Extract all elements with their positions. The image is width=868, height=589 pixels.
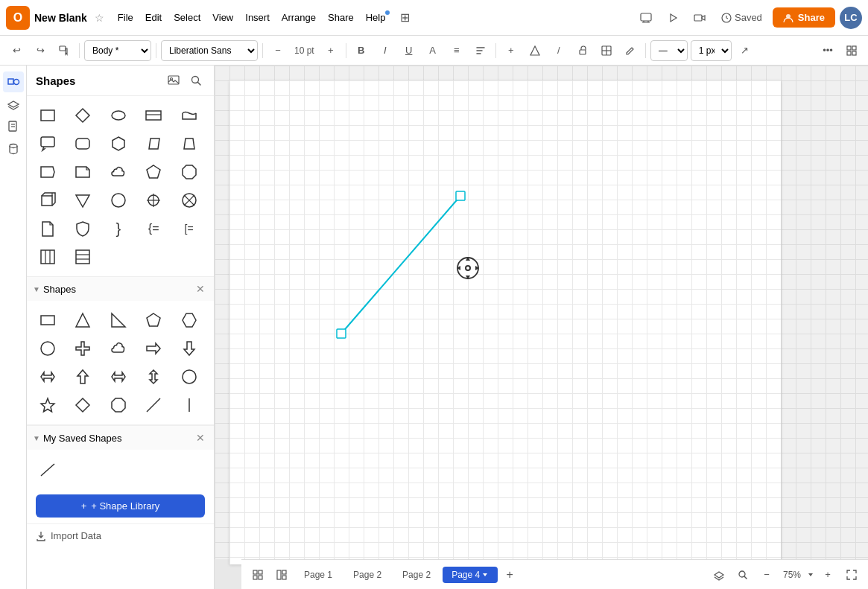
shape-s-star[interactable] (33, 392, 63, 418)
shape-s-circle2[interactable] (174, 363, 204, 390)
shape-rect-clip[interactable] (33, 159, 63, 185)
shape-table[interactable] (68, 243, 98, 270)
thumbnail-view-button[interactable] (271, 564, 292, 585)
shape-s-vline[interactable] (174, 392, 204, 418)
page-tab-1[interactable]: Page 1 (295, 567, 341, 583)
align-button[interactable]: ≡ (446, 40, 467, 61)
pages-icon[interactable] (3, 116, 24, 137)
undo-button[interactable]: ↩ (6, 40, 27, 61)
saved-shapes-section-close[interactable]: ✕ (193, 430, 208, 445)
shape-s-arrow-r[interactable] (139, 335, 168, 362)
shapes-section-header[interactable]: ▼ Shapes ✕ (27, 276, 214, 301)
shape-s-arrow-lr[interactable] (33, 363, 63, 390)
saved-button[interactable]: Saved (715, 9, 768, 26)
screencast-icon[interactable] (635, 7, 657, 29)
page-tab-2b[interactable]: Page 2 (393, 567, 440, 583)
shape-wave[interactable] (174, 102, 204, 129)
menu-insert[interactable]: Insert (239, 9, 276, 26)
video-icon[interactable] (688, 7, 711, 29)
shape-s-pentagon[interactable] (139, 307, 168, 334)
shape-s-triangle[interactable] (68, 307, 98, 334)
extensions-icon[interactable]: ⊞ (396, 9, 414, 27)
shape-library-button[interactable]: + + Shape Library (36, 494, 205, 518)
shape-table-vert[interactable] (33, 243, 63, 270)
shape-circle-x[interactable] (174, 187, 204, 214)
italic-button[interactable]: I (375, 40, 396, 61)
share-button[interactable]: Share (773, 7, 835, 28)
import-data-button[interactable]: Import Data (27, 523, 214, 547)
shape-s-diamond[interactable] (68, 392, 98, 418)
font-color-button[interactable]: A (422, 40, 443, 61)
text-format-button[interactable] (470, 40, 491, 61)
shape-rect[interactable] (33, 102, 63, 129)
shape-s-right-tri[interactable] (104, 307, 133, 334)
shape-pentagon[interactable] (139, 159, 168, 185)
panels-button[interactable] (841, 40, 862, 61)
add-page-button[interactable]: + (501, 566, 519, 584)
zoom-in-button[interactable]: + (817, 564, 838, 585)
underline-button[interactable]: U (399, 40, 419, 61)
shape-ellipse[interactable] (104, 102, 133, 129)
shape-s-circle[interactable] (33, 335, 63, 362)
stroke-color-button[interactable]: / (548, 40, 569, 61)
shape-s-line[interactable] (139, 392, 168, 418)
insert-shape-button[interactable]: + (501, 40, 522, 61)
shape-rect-wide[interactable] (139, 102, 168, 129)
shape-s-cross[interactable] (68, 335, 98, 362)
format-painter-button[interactable] (54, 40, 75, 61)
shape-s-rect[interactable] (33, 307, 63, 334)
image-icon[interactable] (165, 71, 183, 89)
shape-circle[interactable] (104, 187, 133, 214)
grid-view-button[interactable] (247, 564, 268, 585)
waypoint-button[interactable]: ↗ (735, 40, 755, 61)
favorite-icon[interactable]: ☆ (95, 12, 104, 24)
shape-diamond[interactable] (68, 102, 98, 129)
layers-icon[interactable] (3, 94, 24, 115)
shape-s-arrow-ud[interactable] (139, 363, 168, 390)
shape-parallelogram[interactable] (139, 130, 168, 157)
font-select[interactable]: Liberation Sans (161, 40, 258, 61)
bold-button[interactable]: B (351, 40, 372, 61)
shape-brace-m[interactable]: {= (139, 215, 168, 242)
redo-button[interactable]: ↪ (30, 40, 51, 61)
my-saved-shapes-header[interactable]: ▼ My Saved Shapes ✕ (27, 425, 214, 450)
shape-trapezoid[interactable] (174, 130, 204, 157)
menu-select[interactable]: Select (168, 9, 206, 26)
shape-callout[interactable] (33, 130, 63, 157)
app-logo[interactable]: O (6, 6, 30, 30)
fit-page-button[interactable] (841, 564, 862, 585)
search-icon[interactable] (187, 71, 205, 89)
table-button[interactable] (596, 40, 617, 61)
zoom-out-button[interactable]: − (756, 564, 777, 585)
shape-triangle-down[interactable] (68, 187, 98, 214)
page-canvas[interactable] (229, 80, 781, 564)
find-icon[interactable] (732, 564, 753, 585)
shape-s-cloud[interactable] (104, 335, 133, 362)
menu-edit[interactable]: Edit (139, 9, 168, 26)
shape-shield[interactable] (68, 215, 98, 242)
shape-rect-fold[interactable] (68, 159, 98, 185)
font-size-dec-button[interactable]: − (267, 40, 288, 61)
stroke-width-select[interactable]: 1 px (691, 40, 732, 61)
user-avatar[interactable]: LC (840, 7, 862, 29)
shape-s-hexagon[interactable] (174, 307, 204, 334)
shape-hexagon[interactable] (104, 130, 133, 157)
edit-style-button[interactable] (620, 40, 641, 61)
more-button[interactable]: ••• (817, 40, 838, 61)
menu-file[interactable]: File (112, 9, 139, 26)
shape-octagon[interactable] (174, 159, 204, 185)
lock-button[interactable] (572, 40, 593, 61)
stroke-style-select[interactable]: — (650, 40, 688, 61)
shape-s-arrow-d[interactable] (174, 335, 204, 362)
shape-crosshair[interactable] (139, 187, 168, 214)
menu-view[interactable]: View (206, 9, 239, 26)
page-tab-4[interactable]: Page 4 (443, 567, 498, 583)
menu-arrange[interactable]: Arrange (276, 9, 322, 26)
menu-help[interactable]: Help (360, 9, 392, 26)
saved-shape-line[interactable] (33, 456, 63, 483)
shapes-tool-icon[interactable] (3, 71, 24, 92)
shape-brace-r[interactable]: } (104, 215, 133, 242)
shape-cloud[interactable] (104, 159, 133, 185)
canvas-area[interactable]: Page 1 Page 2 Page 2 Page 4 + − 75% + (215, 66, 868, 589)
shapes-section-close[interactable]: ✕ (193, 281, 208, 296)
